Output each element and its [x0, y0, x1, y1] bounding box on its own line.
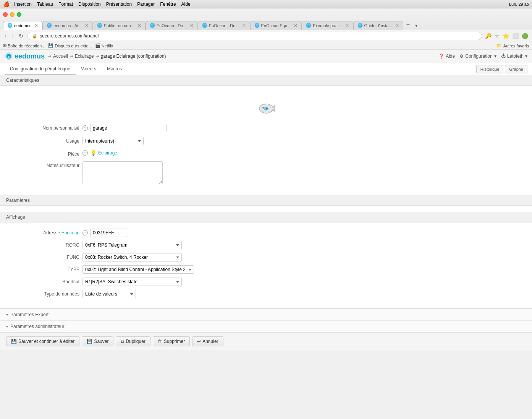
cancel-button[interactable]: ↩ Annuler — [192, 336, 223, 346]
tab-label-8: Guide d'insta... — [364, 23, 392, 28]
bookmark-inbox[interactable]: ✉ Boîte de réception... — [3, 43, 45, 48]
menu-insertion[interactable]: Insertion — [14, 2, 32, 7]
tab-overflow-button[interactable]: ▾ — [413, 21, 420, 30]
expert-header[interactable]: ▾ Paramètres Expert — [0, 309, 532, 320]
nom-help-icon[interactable]: ? — [82, 125, 88, 131]
profile-icon[interactable]: 🟢 — [521, 32, 529, 40]
forward-button[interactable]: › — [10, 32, 15, 40]
section-header-caracteristiques[interactable]: Caractéristiques — [0, 75, 532, 86]
adresse-input[interactable] — [90, 229, 128, 237]
rorg-select[interactable]: 0xF6: RPS Telegram — [82, 241, 182, 249]
menu-tableau[interactable]: Tableau — [37, 2, 53, 7]
type-donnees-label: Type de données — [6, 291, 82, 297]
tab-close-2[interactable]: ✕ — [85, 23, 89, 28]
nom-input[interactable] — [90, 124, 167, 132]
close-button[interactable] — [3, 12, 8, 17]
cancel-label: Annuler — [202, 339, 218, 344]
tab-eedomus-ai[interactable]: 🌐 eedomus - Ai... ✕ — [42, 21, 92, 30]
graphe-button[interactable]: Graphe — [505, 65, 527, 73]
new-tab-button[interactable]: + — [403, 20, 413, 30]
admin-arrow-icon: ▾ — [6, 325, 8, 329]
minimize-button[interactable] — [10, 12, 15, 17]
func-select[interactable]: 0x03: Rocker Switch, 4 Rocker — [82, 253, 182, 261]
bookmarks-bar: ✉ Boîte de réception... 💾 Disques durs e… — [0, 42, 532, 50]
screen-icon[interactable]: ⬜ — [511, 32, 519, 40]
aide-button[interactable]: ❓ Aide — [438, 54, 455, 59]
expert-arrow-icon: ▾ — [6, 313, 8, 317]
menu-format[interactable]: Format — [58, 2, 73, 7]
menu-presentation[interactable]: Présentation — [106, 2, 132, 7]
bookmark-icon[interactable]: ☆ — [494, 32, 500, 40]
tab-favicon-3: 🌐 — [97, 23, 102, 28]
tab-enocean-1[interactable]: 🌐 EnOcean - Do... ✕ — [146, 21, 198, 30]
maximize-button[interactable] — [17, 12, 21, 17]
shortcut-select[interactable]: R1|R2|SA: Switches state — [82, 278, 182, 286]
piece-control: ? 💡 Eclairage — [82, 150, 117, 156]
tab-valeurs[interactable]: Valeurs — [76, 63, 102, 75]
form-row-usage: Usage Interrupteur(s) Capteur Actionneur… — [0, 137, 532, 145]
bookmark-disks[interactable]: 💾 Disques durs exte... — [48, 43, 92, 48]
tab-close-1[interactable]: ✕ — [34, 23, 38, 28]
duplicate-button[interactable]: ⧉ Dupliquer — [116, 336, 150, 346]
bookmark-others[interactable]: 📁 Autres favoris — [496, 43, 529, 48]
piece-help-icon[interactable]: ? — [82, 150, 88, 156]
address-bar[interactable]: 🔒 secure.eedomus.com/#panel — [27, 32, 482, 40]
section-header-parametres[interactable]: Paramètres — [0, 195, 532, 206]
breadcrumb-current: garage Eclairage (configuration) — [101, 54, 166, 59]
tab-close-3[interactable]: ✕ — [137, 23, 141, 28]
delete-button[interactable]: 🗑 Supprimer — [153, 336, 190, 346]
app-logo[interactable]: e eedomus — [5, 52, 45, 60]
adresse-help-icon[interactable]: ? — [82, 230, 88, 235]
tab-close-7[interactable]: ✕ — [345, 23, 349, 28]
menu-aide[interactable]: Aide — [181, 2, 191, 7]
breadcrumb-eclairage[interactable]: Eclairage — [75, 54, 94, 59]
type-select[interactable]: 0x02: Light and Blind Control - Applicat… — [82, 265, 194, 274]
nom-label: Nom personnalisé — [6, 124, 82, 131]
save-button[interactable]: 💾 Sauver — [82, 336, 113, 346]
menu-disposition[interactable]: Disposition — [78, 2, 101, 7]
menu-fenetre[interactable]: Fenêtre — [160, 2, 176, 7]
back-button[interactable]: ‹ — [3, 32, 8, 40]
bookmark-netflix[interactable]: 🎬 Netflix — [95, 43, 113, 48]
section-header-affichage[interactable]: Affichage — [0, 212, 532, 222]
tab-eedomus[interactable]: 🌐 eedomus ✕ — [3, 21, 42, 30]
tabs-row: 🌐 eedomus ✕ 🌐 eedomus - Ai... ✕ 🌐 Publie… — [3, 20, 529, 30]
main-content: Caractéristiques — [0, 75, 532, 350]
tab-guide[interactable]: 🌐 Guide d'insta... ✕ — [353, 21, 403, 30]
affichage-row-rorg: RORG 0xF6: RPS Telegram — [0, 241, 532, 249]
user-dropdown-icon: ▾ — [525, 54, 527, 59]
save-label: Sauver — [94, 339, 108, 344]
reload-button[interactable]: ↻ — [17, 32, 25, 40]
tab-enocean-equ[interactable]: 🌐 EnOcean Equ... ✕ — [250, 21, 302, 30]
tab-config[interactable]: Configuration du périphérique — [5, 63, 76, 75]
tab-close-6[interactable]: ✕ — [294, 23, 298, 28]
menu-partager[interactable]: Partager — [137, 2, 155, 7]
tab-favicon-8: 🌐 — [357, 23, 363, 28]
notes-textarea[interactable] — [82, 161, 163, 184]
usage-select[interactable]: Interrupteur(s) Capteur Actionneur Autre — [82, 137, 144, 145]
user-button[interactable]: ⏻ Letofeth ▾ — [501, 54, 527, 59]
save-icon: 💾 — [87, 339, 92, 344]
tab-macros[interactable]: Macros — [102, 63, 127, 75]
breadcrumb-accueil[interactable]: Accueil — [53, 54, 68, 59]
admin-header[interactable]: ▾ Paramètres administrateur — [0, 321, 532, 332]
star-icon[interactable]: ⭐ — [502, 32, 510, 40]
tab-close-4[interactable]: ✕ — [190, 23, 194, 28]
tab-enocean-2[interactable]: 🌐 EnOcean - Do... ✕ — [198, 21, 250, 30]
tab-exemple[interactable]: 🌐 Exemple prati... ✕ — [302, 21, 353, 30]
enocean-link[interactable]: Enocean — [61, 230, 79, 235]
save-continue-button[interactable]: 💾 Sauver et continuer à éditer — [6, 336, 79, 346]
config-button[interactable]: ⚙ Configuration ▾ — [459, 54, 496, 59]
tab-close-5[interactable]: ✕ — [242, 23, 246, 28]
tab-publier[interactable]: 🌐 Publier un nou... ✕ — [93, 21, 146, 30]
historique-button[interactable]: Historique — [476, 65, 504, 73]
type-donnees-select[interactable]: Liste de valeurs Numérique Binaire — [82, 290, 136, 298]
key-icon[interactable]: 🔑 — [484, 32, 492, 40]
piece-link[interactable]: 💡 Eclairage — [90, 150, 117, 156]
shortcut-label: Shortcut — [6, 279, 82, 284]
device-icon[interactable] — [255, 98, 278, 121]
type-label: TYPE — [6, 267, 82, 272]
tab-close-8[interactable]: ✕ — [395, 23, 399, 28]
apple-menu[interactable]: 🍎 — [3, 1, 10, 7]
question-icon: ❓ — [438, 54, 444, 59]
